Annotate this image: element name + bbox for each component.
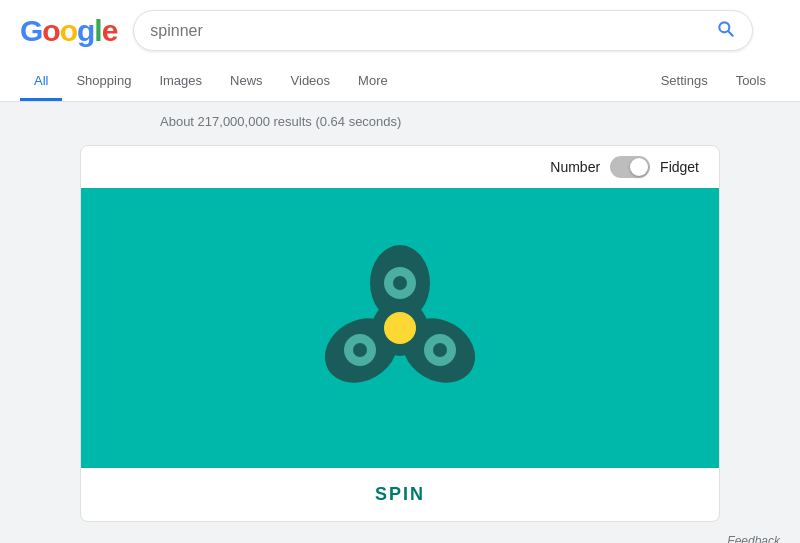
search-box[interactable]: spinner	[133, 10, 753, 51]
search-icon	[716, 19, 736, 39]
svg-point-7	[393, 276, 407, 290]
results-count: About 217,000,000 results (0.64 seconds)	[0, 102, 800, 137]
tab-news[interactable]: News	[216, 63, 277, 101]
tab-settings[interactable]: Settings	[647, 63, 722, 101]
logo-letter-o1: o	[42, 14, 59, 47]
feedback-link[interactable]: Feedback	[727, 534, 780, 543]
svg-point-12	[384, 312, 416, 344]
feedback-row: Feedback	[0, 530, 800, 543]
header: Google spinner All Shopping Images News …	[0, 0, 800, 102]
logo-letter-g2: g	[77, 14, 94, 47]
logo-letter-g: G	[20, 14, 42, 47]
search-button[interactable]	[716, 19, 736, 42]
search-input[interactable]: spinner	[150, 22, 716, 40]
google-logo: Google	[20, 14, 117, 48]
toggle-number-label: Number	[550, 159, 600, 175]
spin-button[interactable]: SPIN	[375, 484, 425, 505]
tab-tools[interactable]: Tools	[722, 63, 780, 101]
fidget-spinner-svg[interactable]	[300, 228, 500, 428]
logo-letter-e: e	[102, 14, 118, 47]
tab-images[interactable]: Images	[145, 63, 216, 101]
tab-videos[interactable]: Videos	[277, 63, 345, 101]
nav-tabs: All Shopping Images News Videos More Set…	[20, 63, 780, 101]
toggle-switch[interactable]	[610, 156, 650, 178]
spinner-card: Number Fidget	[80, 145, 720, 522]
spin-button-row: SPIN	[81, 468, 719, 521]
tab-all[interactable]: All	[20, 63, 62, 101]
svg-point-9	[353, 343, 367, 357]
svg-line-1	[728, 31, 733, 36]
tab-shopping[interactable]: Shopping	[62, 63, 145, 101]
spinner-canvas[interactable]	[81, 188, 719, 468]
toggle-row: Number Fidget	[81, 146, 719, 188]
logo-letter-o2: o	[60, 14, 77, 47]
toggle-knob	[630, 158, 648, 176]
svg-point-11	[433, 343, 447, 357]
logo-letter-l: l	[94, 14, 101, 47]
toggle-fidget-label: Fidget	[660, 159, 699, 175]
header-top: Google spinner	[20, 10, 780, 59]
tab-more[interactable]: More	[344, 63, 402, 101]
